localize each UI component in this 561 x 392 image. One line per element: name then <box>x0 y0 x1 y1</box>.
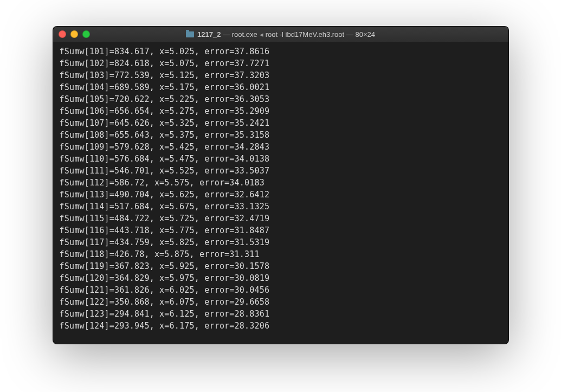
terminal-output[interactable]: fSumw[101]=834.617, x=5.025, error=37.86… <box>53 42 508 344</box>
close-icon[interactable] <box>59 30 66 38</box>
title-command: root -l ibd17MeV.eh3.root <box>266 30 345 38</box>
title-folder: 1217_2 <box>197 30 221 38</box>
title-process: root.exe <box>232 30 257 38</box>
window-controls <box>53 30 90 38</box>
titlebar[interactable]: 1217_2 — root.exe◂root -l ibd17MeV.eh3.r… <box>53 27 508 42</box>
zoom-icon[interactable] <box>82 30 90 38</box>
window-title: 1217_2 — root.exe◂root -l ibd17MeV.eh3.r… <box>53 30 508 38</box>
folder-icon <box>186 31 194 37</box>
title-size: 80×24 <box>355 30 375 38</box>
minimize-icon[interactable] <box>70 30 78 38</box>
terminal-window: 1217_2 — root.exe◂root -l ibd17MeV.eh3.r… <box>53 26 509 344</box>
